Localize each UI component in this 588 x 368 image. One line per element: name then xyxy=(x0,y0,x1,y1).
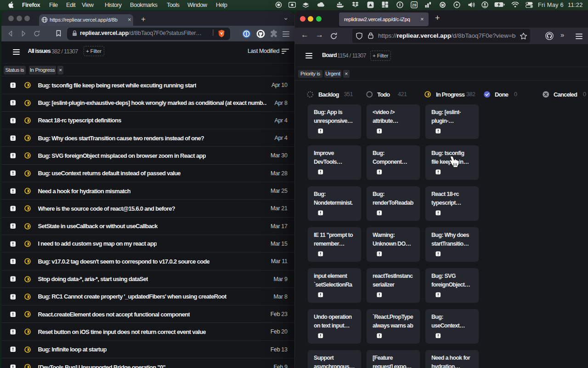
svg-text:29: 29 xyxy=(412,3,416,7)
